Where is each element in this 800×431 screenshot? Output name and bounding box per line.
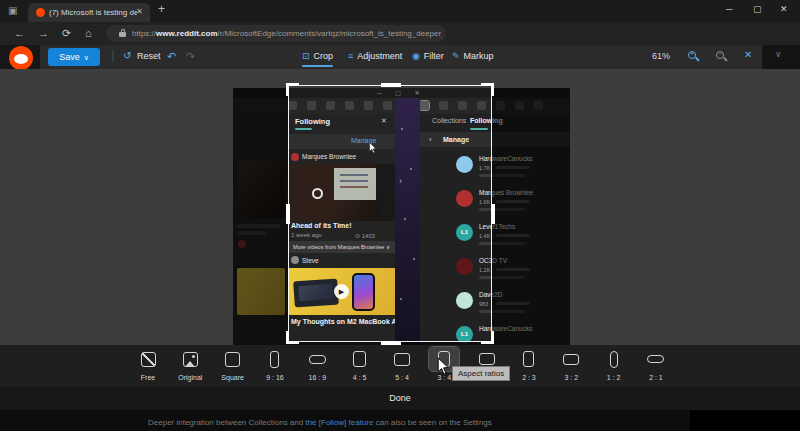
adjustment-icon: ≡ <box>348 51 353 61</box>
ratio-icon <box>353 351 366 367</box>
ratio-2-3[interactable]: 2 : 3 <box>509 347 549 387</box>
browser-tab-bar: ▣ (7) Microsoft is testing deeper in ✕ +… <box>0 0 800 22</box>
tab-adjustment[interactable]: ≡Adjustment <box>348 50 402 67</box>
crop-dim-overlay <box>233 88 288 345</box>
aspect-ratio-bar: Free Original Square 9 : 16 16 : 9 4 : 5… <box>0 345 800 387</box>
crop-marquee[interactable] <box>288 85 492 342</box>
ratio-icon <box>523 351 534 367</box>
original-image-icon <box>183 352 198 367</box>
article-image-block <box>690 410 800 431</box>
url-text: https://www.reddit.com/r/MicrosoftEdge/c… <box>132 28 442 40</box>
tab-title: (7) Microsoft is testing deeper in <box>49 7 137 19</box>
refresh-icon[interactable]: ⟳ <box>62 27 71 40</box>
page-content-strip: Deeper integration between Collections a… <box>0 410 800 431</box>
window-maximize-icon[interactable]: ▢ <box>753 4 762 14</box>
reset-button[interactable]: Reset <box>137 51 161 61</box>
article-link[interactable]: the [Follow] feature <box>305 418 373 427</box>
address-bar[interactable]: https://www.reddit.com/r/MicrosoftEdge/c… <box>106 25 446 42</box>
tab-actions-icon[interactable]: ▣ <box>8 5 17 17</box>
crop-handle[interactable] <box>286 331 299 344</box>
crop-handle[interactable] <box>286 83 299 96</box>
tab-close-icon[interactable]: ✕ <box>136 7 143 16</box>
page-chevron-icon: ∨ <box>775 49 782 59</box>
ratio-icon <box>647 355 664 363</box>
tab-favicon-icon <box>36 8 45 17</box>
ratio-original[interactable]: Original <box>170 347 210 387</box>
ratio-icon <box>270 351 279 368</box>
markup-pencil-icon: ✎ <box>452 51 460 61</box>
tab-crop[interactable]: ⊡Crop <box>302 50 333 67</box>
ratio-16-9[interactable]: 16 : 9 <box>297 347 337 387</box>
active-tab[interactable]: (7) Microsoft is testing deeper in ✕ <box>28 3 150 22</box>
window-minimize-icon[interactable]: ─ <box>726 4 732 14</box>
mouse-cursor-icon <box>437 357 450 376</box>
ratio-3-2[interactable]: 3 : 2 <box>551 347 591 387</box>
reset-icon: ↺ <box>123 50 131 61</box>
crop-handle[interactable] <box>491 204 495 224</box>
back-icon[interactable]: ← <box>14 27 25 40</box>
article-text: Deeper integration between Collections a… <box>148 418 492 427</box>
ratio-icon <box>479 353 495 365</box>
crop-handle[interactable] <box>481 83 494 96</box>
done-bar: Done <box>0 387 800 410</box>
crop-dim-overlay <box>492 88 570 345</box>
image-editor-toolbar: Save∨ │ ↺ Reset ↶ ↷ ⊡Crop ≡Adjustment ◉F… <box>40 45 762 69</box>
new-tab-button[interactable]: + <box>158 2 165 16</box>
browser-nav-bar: ← → ⟳ ⌂ https://www.reddit.com/r/Microso… <box>0 22 800 45</box>
zoom-level: 61% <box>652 51 670 61</box>
undo-icon[interactable]: ↶ <box>167 50 176 63</box>
ratio-icon <box>563 354 579 365</box>
ratio-icon <box>394 353 410 366</box>
editor-close-icon[interactable]: ✕ <box>744 49 752 60</box>
tab-markup[interactable]: ✎Markup <box>452 50 494 67</box>
ratio-4-5[interactable]: 4 : 5 <box>340 347 380 387</box>
free-crop-icon <box>141 352 156 367</box>
crop-handle[interactable] <box>381 83 401 87</box>
crop-handle[interactable] <box>286 204 290 224</box>
ratio-2-1[interactable]: 2 : 1 <box>636 347 676 387</box>
ratio-square[interactable]: Square <box>213 347 253 387</box>
zoom-in-icon[interactable]: + <box>688 51 699 62</box>
toolbar-divider: │ <box>110 50 116 61</box>
square-icon <box>225 352 240 367</box>
crop-handle[interactable] <box>481 331 494 344</box>
aspect-ratios-tooltip: Aspect ratios <box>452 366 510 381</box>
window-close-icon[interactable]: ✕ <box>780 4 788 14</box>
filter-icon: ◉ <box>412 51 420 61</box>
zoom-out-icon[interactable]: − <box>716 51 727 62</box>
forward-icon[interactable]: → <box>38 27 49 40</box>
done-button[interactable]: Done <box>370 391 430 406</box>
reddit-logo-icon <box>9 46 33 70</box>
app-window: ▣ (7) Microsoft is testing deeper in ✕ +… <box>0 0 800 431</box>
ratio-5-4[interactable]: 5 : 4 <box>382 347 422 387</box>
chevron-down-icon: ∨ <box>84 54 89 61</box>
tab-filter[interactable]: ◉Filter <box>412 50 444 67</box>
ratio-icon <box>309 355 326 364</box>
ratio-free[interactable]: Free <box>128 347 168 387</box>
crop-handle[interactable] <box>381 341 401 345</box>
ratio-9-16[interactable]: 9 : 16 <box>255 347 295 387</box>
save-button[interactable]: Save∨ <box>48 48 100 66</box>
redo-icon[interactable]: ↷ <box>186 50 195 63</box>
ratio-1-2[interactable]: 1 : 2 <box>594 347 634 387</box>
crop-icon: ⊡ <box>302 51 310 61</box>
ratio-icon <box>610 351 618 368</box>
home-icon[interactable]: ⌂ <box>85 27 92 40</box>
